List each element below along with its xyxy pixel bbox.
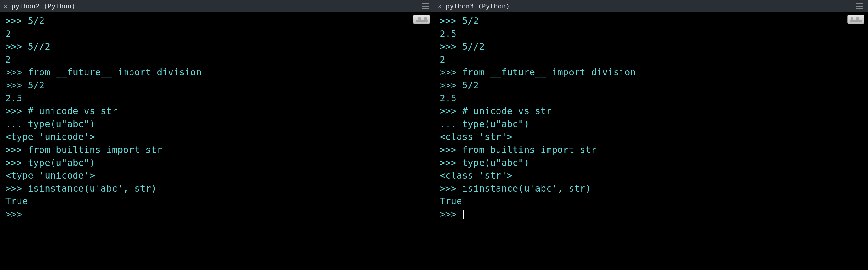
- terminal-line: >>> from builtins import str: [5, 143, 428, 157]
- terminal-line: ... type(u"abc"): [5, 118, 428, 131]
- terminal-line: <type 'unicode'>: [5, 131, 428, 143]
- keyboard-indicator-icon[interactable]: [413, 15, 430, 24]
- tab-title[interactable]: python2 (Python): [11, 2, 75, 10]
- terminal-line: >>>: [5, 208, 428, 221]
- terminal-line: >>> 5/2: [440, 79, 863, 92]
- terminal-line: >>> 5//2: [5, 40, 428, 53]
- terminal-line: 2.5: [5, 92, 428, 105]
- hamburger-icon[interactable]: [421, 2, 430, 10]
- tab-bar: ✕ python2 (Python): [0, 0, 434, 12]
- terminal-line: <class 'str'>: [440, 169, 863, 182]
- close-icon[interactable]: ✕: [4, 2, 7, 10]
- terminal-pane-left: ✕ python2 (Python) >>> 5/22>>> 5//22>>> …: [0, 0, 434, 270]
- terminal-line: >>> isinstance(u'abc', str): [440, 182, 863, 195]
- terminal-pane-right: ✕ python3 (Python) >>> 5/22.5>>> 5//22>>…: [434, 0, 868, 270]
- terminal-line: >>> 5//2: [440, 40, 863, 53]
- terminal-line: >>> from __future__ import division: [5, 66, 428, 79]
- terminal-body-left[interactable]: >>> 5/22>>> 5//22>>> from __future__ imp…: [0, 12, 434, 270]
- terminal-line: >>> # unicode vs str: [5, 105, 428, 118]
- terminal-line: True: [5, 195, 428, 208]
- terminal-line: True: [440, 195, 863, 208]
- cursor: [463, 210, 464, 219]
- terminal-line: 2: [5, 53, 428, 66]
- terminal-line: >>> # unicode vs str: [440, 105, 863, 118]
- terminal-line: >>> 5/2: [5, 15, 428, 28]
- tab-bar: ✕ python3 (Python): [434, 0, 868, 12]
- close-icon[interactable]: ✕: [438, 2, 441, 10]
- terminal-line: <class 'str'>: [440, 131, 863, 143]
- terminal-body-right[interactable]: >>> 5/22.5>>> 5//22>>> from __future__ i…: [434, 12, 868, 270]
- hamburger-icon[interactable]: [855, 2, 864, 10]
- terminal-line: 2.5: [440, 28, 863, 40]
- terminal-line: >>>: [440, 208, 863, 221]
- terminal-line: 2: [440, 53, 863, 66]
- terminal-line: >>> from __future__ import division: [440, 66, 863, 79]
- terminal-line: >>> 5/2: [5, 79, 428, 92]
- terminal-line: 2: [5, 28, 428, 40]
- tab-title[interactable]: python3 (Python): [446, 2, 510, 10]
- terminal-line: >>> isinstance(u'abc', str): [5, 182, 428, 195]
- terminal-line: >>> type(u"abc"): [5, 157, 428, 169]
- terminal-line: <type 'unicode'>: [5, 169, 428, 182]
- terminal-line: >>> 5/2: [440, 15, 863, 28]
- terminal-line: >>> type(u"abc"): [440, 157, 863, 169]
- keyboard-indicator-icon[interactable]: [847, 15, 864, 24]
- terminal-line: 2.5: [440, 92, 863, 105]
- terminal-line: ... type(u"abc"): [440, 118, 863, 131]
- terminal-line: >>> from builtins import str: [440, 143, 863, 157]
